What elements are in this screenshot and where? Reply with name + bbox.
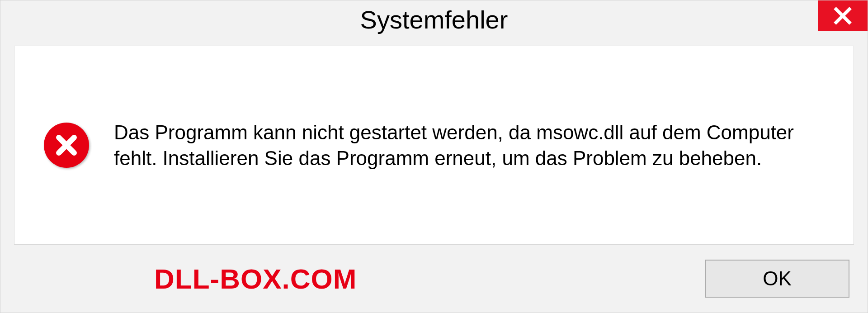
dialog-title: Systemfehler bbox=[360, 5, 508, 34]
error-icon-wrap bbox=[42, 120, 91, 170]
close-button[interactable] bbox=[818, 0, 868, 31]
ok-button[interactable]: OK bbox=[705, 260, 849, 298]
error-message: Das Programm kann nicht gestartet werden… bbox=[114, 119, 826, 171]
error-dialog: Systemfehler Das Programm kann nicht ges… bbox=[0, 0, 868, 313]
titlebar: Systemfehler bbox=[0, 0, 868, 41]
close-icon bbox=[833, 6, 853, 26]
error-icon bbox=[44, 123, 89, 168]
content-area: Das Programm kann nicht gestartet werden… bbox=[14, 46, 854, 245]
watermark-text: DLL-BOX.COM bbox=[19, 263, 357, 295]
footer: DLL-BOX.COM OK bbox=[0, 254, 868, 313]
